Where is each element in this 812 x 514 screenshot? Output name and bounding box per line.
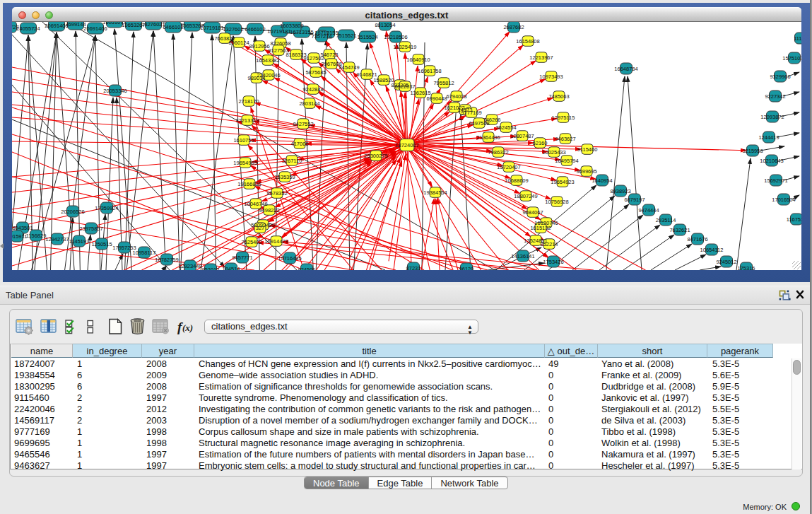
svg-text:12213967: 12213967 xyxy=(529,54,553,61)
svg-text:9699695: 9699695 xyxy=(576,168,596,175)
svg-text:1244419: 1244419 xyxy=(758,134,779,141)
svg-text:2687682: 2687682 xyxy=(503,24,524,30)
svg-text:1515524: 1515524 xyxy=(357,34,377,40)
svg-text:1753426: 1753426 xyxy=(543,259,563,265)
svg-text:9463627: 9463627 xyxy=(555,136,575,142)
svg-text:3215958: 3215958 xyxy=(742,148,763,154)
svg-text:7485063: 7485063 xyxy=(548,93,569,100)
svg-text:10958117: 10958117 xyxy=(133,250,156,256)
svg-text:6794028: 6794028 xyxy=(446,93,466,100)
svg-text:11325419: 11325419 xyxy=(394,44,417,50)
svg-text:8960124: 8960124 xyxy=(228,40,249,46)
svg-text:87231: 87231 xyxy=(406,265,421,270)
svg-text:10719181: 10719181 xyxy=(267,28,290,35)
svg-text:19654923: 19654923 xyxy=(551,179,574,185)
svg-text:10210643: 10210643 xyxy=(760,158,783,164)
svg-text:9474444: 9474444 xyxy=(638,207,659,214)
svg-text:12975115: 12975115 xyxy=(552,115,575,121)
svg-text:417006: 417006 xyxy=(290,141,308,147)
svg-text:12093872: 12093872 xyxy=(760,114,784,120)
svg-text:16640910: 16640910 xyxy=(406,57,430,63)
svg-text:9084067: 9084067 xyxy=(522,209,543,216)
svg-text:19654985: 19654985 xyxy=(233,160,257,166)
svg-text:2718170: 2718170 xyxy=(238,98,259,105)
svg-text:1615132: 1615132 xyxy=(530,225,551,231)
svg-text:10654112: 10654112 xyxy=(700,247,724,253)
svg-text:15716485: 15716485 xyxy=(278,255,301,262)
svg-text:10807487: 10807487 xyxy=(510,133,534,139)
svg-text:62160: 62160 xyxy=(533,140,548,146)
svg-text:19166825: 19166825 xyxy=(237,181,261,187)
svg-text:7632621: 7632621 xyxy=(669,227,690,233)
svg-text:15692971: 15692971 xyxy=(764,177,787,184)
svg-text:2803144: 2803144 xyxy=(299,100,319,107)
svg-text:9227342: 9227342 xyxy=(765,93,785,100)
svg-text:989014: 989014 xyxy=(247,75,265,81)
svg-text:17016504: 17016504 xyxy=(772,197,795,203)
svg-text:16782759: 16782759 xyxy=(155,257,178,263)
svg-text:9115460: 9115460 xyxy=(577,146,598,153)
svg-text:13276021: 13276021 xyxy=(141,22,165,28)
svg-text:25300275: 25300275 xyxy=(364,153,387,159)
svg-text:1640954: 1640954 xyxy=(592,177,612,184)
svg-text:9329966: 9329966 xyxy=(770,74,790,80)
svg-text:7986322: 7986322 xyxy=(488,149,508,156)
svg-text:16914479: 16914479 xyxy=(264,238,288,245)
svg-text:7955812: 7955812 xyxy=(433,80,454,86)
svg-text:10973493: 10973493 xyxy=(539,74,563,80)
svg-text:16713155: 16713155 xyxy=(290,29,313,35)
svg-text:(x): (x) xyxy=(182,322,193,333)
svg-text:327: 327 xyxy=(256,225,265,231)
svg-text:8813054: 8813054 xyxy=(375,22,395,28)
svg-text:10025433: 10025433 xyxy=(542,149,565,156)
svg-text:16961758: 16961758 xyxy=(418,68,441,74)
svg-text:3624554: 3624554 xyxy=(495,124,516,131)
svg-text:19384554: 19384554 xyxy=(423,189,447,196)
svg-text:546723: 546723 xyxy=(320,52,338,58)
svg-text:10719181: 10719181 xyxy=(200,25,223,31)
svg-text:9498222: 9498222 xyxy=(259,207,279,214)
svg-text:16543382: 16543382 xyxy=(256,57,279,64)
svg-text:9777169: 9777169 xyxy=(461,110,481,116)
svg-text:17359924: 17359924 xyxy=(95,205,118,211)
svg-text:5875685: 5875685 xyxy=(305,69,326,76)
svg-text:1327602: 1327602 xyxy=(223,26,243,33)
svg-text:19218506: 19218506 xyxy=(384,34,407,40)
svg-text:24055724: 24055724 xyxy=(16,25,40,32)
svg-text:8226058: 8226058 xyxy=(270,40,290,47)
svg-text:7357274: 7357274 xyxy=(311,33,331,40)
svg-text:1145193: 1145193 xyxy=(69,238,90,245)
svg-text:1167533: 1167533 xyxy=(787,216,801,223)
svg-text:6990448: 6990448 xyxy=(426,95,447,102)
svg-text:23975857: 23975857 xyxy=(79,226,102,232)
svg-text:6497568: 6497568 xyxy=(469,120,489,127)
svg-text:11123: 11123 xyxy=(794,35,801,42)
svg-text:924501: 924501 xyxy=(298,267,315,270)
svg-text:8471676: 8471676 xyxy=(687,236,707,243)
svg-text:18807249: 18807249 xyxy=(514,193,537,199)
svg-text:8043501: 8043501 xyxy=(12,225,33,231)
svg-text:12213319: 12213319 xyxy=(235,117,259,124)
svg-text:9245012: 9245012 xyxy=(716,259,736,265)
svg-text:184514: 184514 xyxy=(222,266,240,270)
svg-text:1156829: 1156829 xyxy=(26,233,47,239)
svg-text:8578352: 8578352 xyxy=(266,190,287,197)
svg-text:1610755: 1610755 xyxy=(233,137,254,144)
svg-text:9457771: 9457771 xyxy=(232,255,252,261)
svg-text:20206526: 20206526 xyxy=(61,209,84,215)
svg-text:6322037: 6322037 xyxy=(394,83,415,90)
svg-text:10688609: 10688609 xyxy=(505,177,528,184)
svg-text:1250515: 1250515 xyxy=(91,241,112,247)
svg-text:3915911: 3915911 xyxy=(12,233,27,240)
svg-text:7625402: 7625402 xyxy=(241,239,261,245)
svg-text:16154808: 16154808 xyxy=(516,38,539,45)
svg-text:18724007: 18724007 xyxy=(395,142,418,148)
svg-text:252214: 252214 xyxy=(540,241,558,247)
svg-text:20691406: 20691406 xyxy=(83,25,107,32)
svg-text:8454749: 8454749 xyxy=(339,64,359,71)
svg-text:20053346: 20053346 xyxy=(103,88,126,94)
svg-text:10756928: 10756928 xyxy=(545,199,568,205)
svg-text:1535359: 1535359 xyxy=(274,174,295,180)
svg-text:16495794: 16495794 xyxy=(555,158,578,164)
svg-text:14136141: 14136141 xyxy=(511,253,534,259)
